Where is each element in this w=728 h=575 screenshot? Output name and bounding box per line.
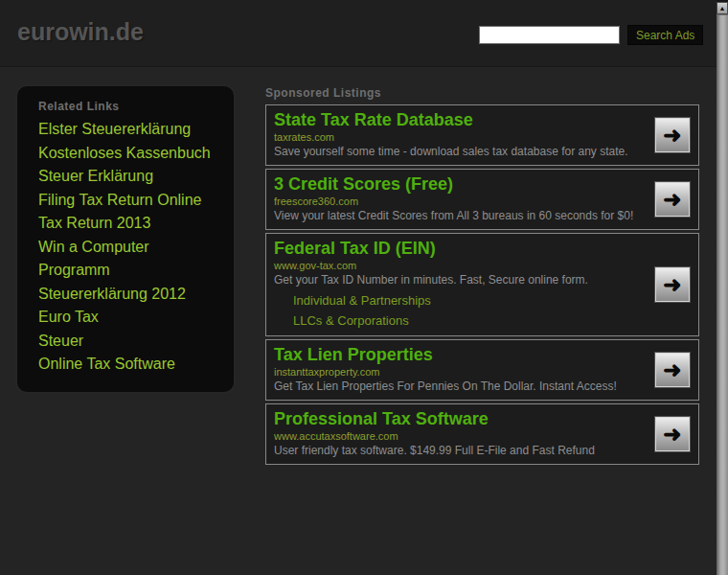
search-input[interactable] (479, 26, 620, 44)
page: { "header": { "logo": "eurowin.de", "sea… (0, 0, 728, 575)
listing-url: taxrates.com (274, 131, 645, 144)
sidebar-link[interactable]: Elster Steuererklärung (38, 118, 213, 142)
sponsored-listings-heading: Sponsored Listings (265, 86, 699, 100)
listing-card[interactable]: Tax Lien Properties instanttaxproperty.c… (265, 339, 699, 401)
sidebar-link[interactable]: Steuer Erklärung (38, 165, 213, 189)
listing-title[interactable]: Professional Tax Software (274, 408, 645, 430)
vertical-scrollbar[interactable]: ▲ (717, 0, 728, 575)
listing-title[interactable]: Federal Tax ID (EIN) (274, 238, 645, 260)
listing-description: Save yourself some time - download sales… (274, 144, 645, 159)
listing-card[interactable]: State Tax Rate Database taxrates.com Sav… (265, 104, 699, 166)
listing-url: www.accutaxsoftware.com (274, 430, 645, 443)
sidebar-link[interactable]: Tax Return 2013 (38, 212, 213, 236)
sidebar-link[interactable]: Online Tax Software (38, 353, 213, 377)
listing-title[interactable]: State Tax Rate Database (274, 109, 645, 131)
listing-title[interactable]: Tax Lien Properties (274, 344, 645, 366)
listing-sublinks: Individual & PartnershipsLLCs & Corporat… (274, 293, 645, 328)
listing-card[interactable]: Professional Tax Software www.accutaxsof… (265, 403, 699, 465)
sidebar-link[interactable]: Win a Computer (38, 236, 213, 260)
sidebar-link[interactable]: Filing Tax Return Online (38, 189, 213, 213)
site-logo: eurowin.de (17, 18, 144, 46)
sponsored-listings-section: Sponsored Listings State Tax Rate Databa… (265, 86, 699, 468)
arrow-right-icon: ➜ (663, 274, 681, 296)
scroll-up-icon: ▲ (719, 5, 726, 12)
listing-title[interactable]: 3 Credit Scores (Free) (274, 173, 645, 196)
scroll-up-button[interactable]: ▲ (717, 2, 728, 14)
sidebar-link[interactable]: Steuer (38, 330, 213, 354)
related-links-heading: Related Links (38, 100, 213, 113)
listing-card[interactable]: 3 Credit Scores (Free) freescore360.com … (265, 169, 699, 230)
listing-description: Get Tax Lien Properties For Pennies On T… (274, 379, 645, 394)
listing-arrow-button[interactable]: ➜ (654, 117, 691, 153)
listing-url: instanttaxproperty.com (274, 366, 645, 379)
listing-arrow-button[interactable]: ➜ (654, 416, 691, 452)
sidebar-links: Elster SteuererklärungKostenloses Kassen… (38, 118, 213, 377)
listing-arrow-button[interactable]: ➜ (654, 352, 691, 388)
sidebar-link[interactable]: Euro Tax (38, 306, 213, 330)
listing-sublink[interactable]: Individual & Partnerships (293, 293, 645, 308)
scrollbar-thumb[interactable] (717, 14, 728, 575)
listing-url: www.gov-tax.com (274, 260, 645, 272)
listing-url: freescore360.com (274, 196, 645, 208)
arrow-right-icon: ➜ (663, 189, 681, 211)
listing-arrow-button[interactable]: ➜ (654, 266, 691, 303)
listing-description: User friendly tax software. $149.99 Full… (274, 443, 645, 458)
listing-arrow-button[interactable]: ➜ (654, 181, 691, 218)
sidebar-link[interactable]: Kostenloses Kassenbuch (38, 142, 213, 166)
listing-description: Get your Tax ID Number in minutes. Fast,… (274, 272, 645, 288)
listing-card[interactable]: Federal Tax ID (EIN) www.gov-tax.com Get… (265, 233, 699, 336)
search-ads-button[interactable]: Search Ads (627, 25, 703, 45)
sidebar-link[interactable]: Programm Steuererklärung 2012 (38, 259, 213, 306)
arrow-right-icon: ➜ (663, 125, 681, 147)
related-links-panel: Related Links Elster SteuererklärungKost… (15, 84, 236, 394)
arrow-right-icon: ➜ (663, 359, 681, 381)
listing-description: View your latest Credit Scores from All … (274, 208, 645, 223)
header: eurowin.de Search Ads (0, 0, 717, 67)
arrow-right-icon: ➜ (663, 424, 681, 446)
listings: State Tax Rate Database taxrates.com Sav… (265, 104, 699, 465)
listing-sublink[interactable]: LLCs & Corporations (293, 313, 645, 328)
